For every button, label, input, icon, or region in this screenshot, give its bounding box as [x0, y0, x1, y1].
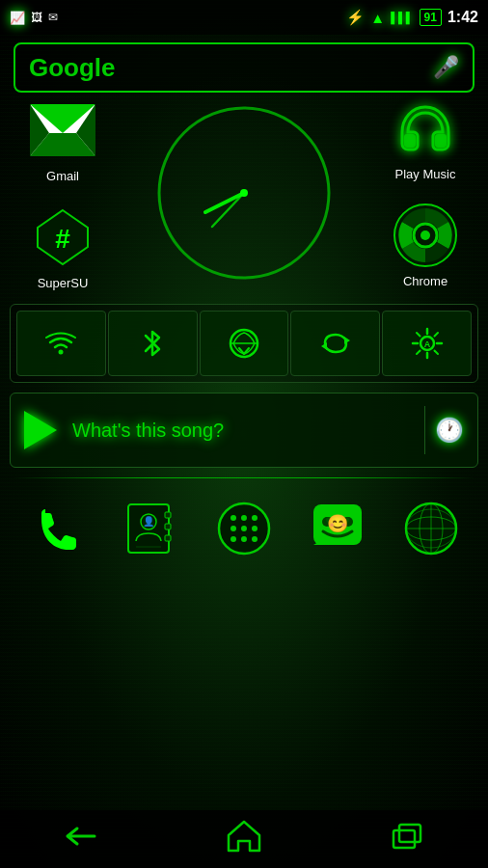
status-left-icons: 📈 🖼 ✉	[10, 11, 58, 25]
svg-point-47	[241, 536, 247, 542]
phone-dock-icon[interactable]	[24, 496, 90, 561]
nav-bar	[0, 810, 488, 868]
svg-text:A: A	[423, 339, 430, 349]
play-music-app-icon[interactable]: Play Music	[382, 97, 469, 181]
status-right-icons: ⚡ ▲ ▌▌▌ 91 1:42	[346, 9, 478, 26]
search-text: Google	[29, 53, 433, 83]
clock-widget	[152, 101, 336, 285]
svg-rect-34	[165, 524, 171, 529]
chrome-app-icon[interactable]: Chrome	[382, 201, 469, 288]
bluetooth-status-icon: ⚡	[346, 9, 365, 26]
contacts-dock-icon[interactable]: 👤	[118, 496, 183, 561]
supersu-icon-img: #	[28, 203, 97, 272]
chrome-label: Chrome	[403, 274, 447, 288]
battery-indicator: 91	[420, 9, 442, 26]
svg-text:😊: 😊	[327, 513, 349, 534]
recents-button[interactable]	[370, 815, 444, 864]
right-app-column: Play Music	[382, 97, 469, 288]
svg-text:#: #	[55, 224, 70, 254]
bluetooth-toggle[interactable]	[108, 311, 198, 376]
supersu-label: SuperSU	[38, 276, 89, 290]
svg-point-45	[252, 526, 258, 531]
messages-dock-icon[interactable]: 😊	[305, 496, 370, 561]
image-icon: 🖼	[31, 11, 42, 24]
data-toggle[interactable]	[200, 311, 289, 376]
music-widget-text: What's this song?	[72, 420, 415, 442]
svg-point-10	[240, 189, 248, 197]
svg-point-41	[241, 515, 247, 521]
left-app-column: Gmail # SuperSU	[19, 95, 106, 290]
chrome-icon-img	[391, 201, 460, 270]
browser-dock-icon[interactable]	[398, 496, 464, 561]
gmail-notification-icon: ✉	[48, 11, 58, 24]
sync-toggle[interactable]	[290, 311, 380, 376]
svg-text:👤: 👤	[143, 515, 155, 528]
svg-point-44	[241, 526, 247, 531]
svg-line-27	[417, 333, 420, 337]
svg-point-46	[230, 536, 236, 542]
svg-rect-64	[399, 825, 420, 842]
wifi-toggle[interactable]	[16, 311, 106, 376]
svg-point-43	[230, 526, 236, 531]
history-icon[interactable]: 🕐	[435, 417, 464, 444]
brightness-toggle[interactable]: A	[382, 311, 472, 376]
gmail-icon-img	[28, 95, 97, 165]
music-divider	[424, 406, 425, 454]
svg-point-40	[230, 515, 236, 521]
svg-point-16	[420, 231, 430, 240]
gmail-label: Gmail	[46, 169, 79, 183]
svg-rect-12	[435, 134, 447, 148]
music-widget[interactable]: What's this song? 🕐	[10, 393, 478, 468]
svg-point-48	[252, 536, 258, 542]
status-bar: 📈 🖼 ✉ ⚡ ▲ ▌▌▌ 91 1:42	[0, 0, 488, 35]
signal-status-icon: ▌▌▌	[391, 12, 413, 23]
svg-point-42	[252, 515, 258, 521]
play-button-icon[interactable]	[24, 411, 57, 449]
toggle-row: A	[10, 304, 478, 383]
play-music-label: Play Music	[395, 167, 456, 181]
svg-line-9	[212, 193, 244, 227]
status-time: 1:42	[447, 9, 478, 26]
middle-section: Gmail # SuperSU	[0, 95, 488, 290]
svg-line-30	[417, 351, 420, 355]
dock-row: 👤	[0, 488, 488, 569]
svg-rect-63	[393, 830, 415, 848]
svg-line-28	[434, 351, 438, 355]
svg-rect-35	[165, 535, 171, 541]
play-music-icon-img	[393, 97, 458, 163]
search-bar[interactable]: Google 🎤	[14, 42, 474, 93]
svg-rect-11	[404, 134, 416, 148]
gmail-app-icon[interactable]: Gmail	[19, 95, 106, 183]
svg-rect-33	[165, 512, 171, 518]
svg-point-17	[59, 350, 64, 355]
trending-icon: 📈	[10, 11, 25, 25]
wifi-status-icon: ▲	[370, 10, 385, 26]
svg-line-29	[434, 333, 438, 337]
back-button[interactable]	[44, 815, 118, 864]
separator	[14, 477, 474, 478]
supersu-app-icon[interactable]: # SuperSU	[19, 203, 106, 290]
svg-line-8	[205, 193, 244, 212]
home-button[interactable]	[207, 812, 281, 867]
apps-grid-dock-icon[interactable]	[211, 496, 277, 561]
microphone-icon[interactable]: 🎤	[433, 55, 459, 80]
